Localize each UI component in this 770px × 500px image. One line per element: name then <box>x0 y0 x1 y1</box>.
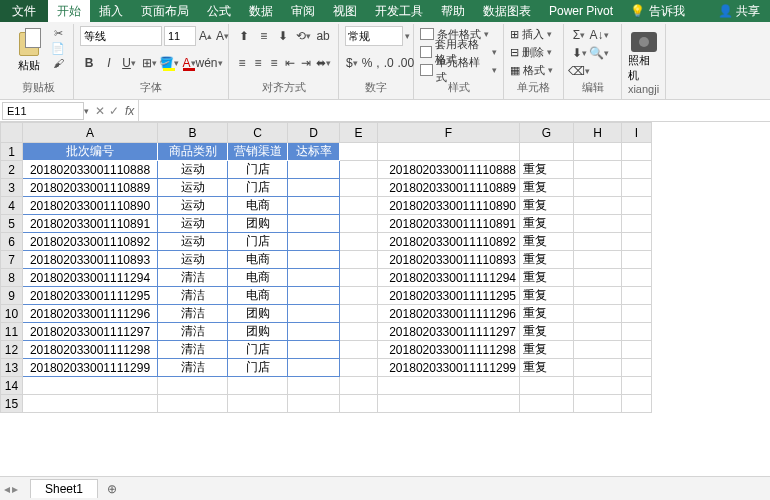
cell[interactable]: 201802033001110889 <box>23 179 158 197</box>
menu-tab-8[interactable]: 帮助 <box>432 0 474 22</box>
cell[interactable]: 2018020330011111296 <box>378 305 520 323</box>
fill-icon[interactable]: ⬇▾ <box>570 44 588 62</box>
cell[interactable] <box>574 359 622 377</box>
cell[interactable] <box>622 323 652 341</box>
cell[interactable]: 201802033001111294 <box>23 269 158 287</box>
cell[interactable]: 2018020330011110890 <box>378 197 520 215</box>
cell[interactable] <box>574 395 622 413</box>
row-header[interactable]: 11 <box>1 323 23 341</box>
cell[interactable] <box>340 305 378 323</box>
border-button[interactable]: ⊞▾ <box>140 54 158 72</box>
cell[interactable] <box>622 251 652 269</box>
cell[interactable]: 电商 <box>228 251 288 269</box>
phonetic-button[interactable]: wén▾ <box>200 54 218 72</box>
orientation-icon[interactable]: ⟲▾ <box>294 27 312 45</box>
col-header[interactable]: B <box>158 123 228 143</box>
cell[interactable] <box>622 341 652 359</box>
menu-tab-3[interactable]: 公式 <box>198 0 240 22</box>
cell[interactable]: 门店 <box>228 179 288 197</box>
cell[interactable]: 201802033001110893 <box>23 251 158 269</box>
align-center-icon[interactable]: ≡ <box>251 54 265 72</box>
cell[interactable]: 重复 <box>520 287 574 305</box>
cell[interactable]: 清洁 <box>158 359 228 377</box>
table-header-cell[interactable]: 营销渠道 <box>228 143 288 161</box>
col-header[interactable]: E <box>340 123 378 143</box>
cell[interactable]: 门店 <box>228 161 288 179</box>
share-button[interactable]: 👤 共享 <box>708 3 770 20</box>
cell[interactable]: 2018020330011110888 <box>378 161 520 179</box>
cell[interactable] <box>520 377 574 395</box>
indent-inc-icon[interactable]: ⇥ <box>299 54 313 72</box>
cell[interactable]: 重复 <box>520 233 574 251</box>
cell[interactable] <box>340 287 378 305</box>
cell[interactable] <box>622 197 652 215</box>
table-header-cell[interactable]: 批次编号 <box>23 143 158 161</box>
clear-icon[interactable]: ⌫▾ <box>570 62 588 80</box>
cell[interactable]: 201802033001111296 <box>23 305 158 323</box>
tell-me[interactable]: 💡告诉我 <box>630 3 685 20</box>
menu-tab-0[interactable]: 开始 <box>48 0 90 22</box>
align-left-icon[interactable]: ≡ <box>235 54 249 72</box>
format-button[interactable]: ▦ 格式▾ <box>510 62 557 78</box>
font-size-select[interactable] <box>164 26 196 46</box>
cell[interactable]: 2018020330011110892 <box>378 233 520 251</box>
cell[interactable] <box>340 359 378 377</box>
col-header[interactable]: C <box>228 123 288 143</box>
cell[interactable]: 电商 <box>228 197 288 215</box>
cell[interactable]: 清洁 <box>158 269 228 287</box>
cell[interactable]: 2018020330011111297 <box>378 323 520 341</box>
cell[interactable] <box>340 395 378 413</box>
cell[interactable] <box>158 395 228 413</box>
cell[interactable] <box>288 251 340 269</box>
cell[interactable] <box>288 305 340 323</box>
cell[interactable]: 201802033001111299 <box>23 359 158 377</box>
sheet-tab[interactable]: Sheet1 <box>30 479 98 498</box>
cell[interactable] <box>340 377 378 395</box>
cell[interactable]: 清洁 <box>158 341 228 359</box>
enter-icon[interactable]: ✓ <box>109 104 119 118</box>
cell[interactable] <box>228 377 288 395</box>
camera-button[interactable]: 照相机 <box>628 53 659 83</box>
menu-tab-1[interactable]: 插入 <box>90 0 132 22</box>
merge-icon[interactable]: ⬌▾ <box>315 54 332 72</box>
col-header[interactable]: I <box>622 123 652 143</box>
cell[interactable]: 201802033001110888 <box>23 161 158 179</box>
cell[interactable]: 门店 <box>228 359 288 377</box>
cell[interactable] <box>378 395 520 413</box>
cell[interactable] <box>574 233 622 251</box>
cell[interactable] <box>288 179 340 197</box>
cell[interactable] <box>340 197 378 215</box>
table-header-cell[interactable]: 商品类别 <box>158 143 228 161</box>
paste-button[interactable]: 粘贴 <box>10 26 47 73</box>
cell[interactable] <box>288 359 340 377</box>
select-all-corner[interactable] <box>1 123 23 143</box>
cell[interactable]: 201802033001110892 <box>23 233 158 251</box>
cell[interactable]: 运动 <box>158 179 228 197</box>
cell[interactable]: 201802033001111295 <box>23 287 158 305</box>
menu-tab-4[interactable]: 数据 <box>240 0 282 22</box>
cell[interactable]: 2018020330011110889 <box>378 179 520 197</box>
font-color-button[interactable]: A▾ <box>180 54 198 72</box>
cell[interactable] <box>288 215 340 233</box>
cell[interactable]: 重复 <box>520 215 574 233</box>
table-header-cell[interactable]: 达标率 <box>288 143 340 161</box>
cell[interactable] <box>622 305 652 323</box>
col-header[interactable]: A <box>23 123 158 143</box>
cell[interactable] <box>622 161 652 179</box>
col-header[interactable]: F <box>378 123 520 143</box>
cell[interactable] <box>288 287 340 305</box>
cell[interactable]: 重复 <box>520 161 574 179</box>
underline-button[interactable]: U▾ <box>120 54 138 72</box>
camera-icon[interactable] <box>631 32 657 52</box>
cell[interactable] <box>23 395 158 413</box>
cell[interactable] <box>288 161 340 179</box>
cell[interactable]: 运动 <box>158 161 228 179</box>
worksheet[interactable]: ABCDEFGHI1批次编号商品类别营销渠道达标率220180203300111… <box>0 122 770 454</box>
cell[interactable] <box>340 341 378 359</box>
align-middle-icon[interactable]: ≡ <box>255 27 273 45</box>
cell[interactable] <box>574 287 622 305</box>
cell[interactable] <box>340 269 378 287</box>
row-header[interactable]: 13 <box>1 359 23 377</box>
row-header[interactable]: 14 <box>1 377 23 395</box>
row-header[interactable]: 10 <box>1 305 23 323</box>
